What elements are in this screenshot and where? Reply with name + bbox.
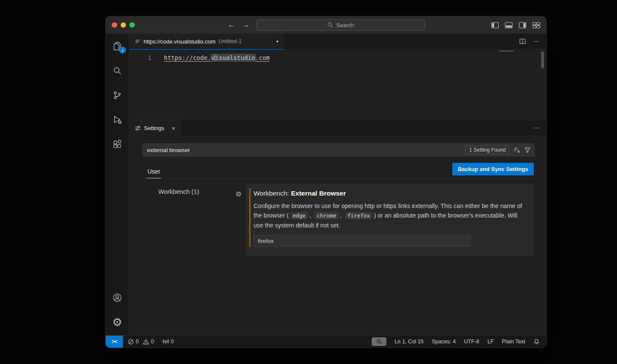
errors-item: 0: [128, 339, 139, 345]
clear-search-icon[interactable]: [514, 146, 520, 153]
cursor-position[interactable]: Ln 1, Col 15: [395, 339, 423, 345]
minimap-line: [499, 50, 514, 52]
setting-gear-icon[interactable]: ⚙: [235, 190, 241, 198]
ports-count: 0: [171, 339, 174, 345]
more-actions-icon[interactable]: ⋯: [533, 124, 540, 132]
back-icon[interactable]: ←: [228, 21, 235, 29]
desc-sep: ,: [310, 212, 313, 219]
file-lines-icon: [135, 38, 141, 44]
problems-status[interactable]: 0 0: [128, 339, 154, 345]
code-pre: https://code.: [164, 54, 211, 61]
indentation-status[interactable]: Spaces: 4: [432, 339, 456, 345]
command-center-placeholder: Search: [336, 22, 354, 28]
ports-status[interactable]: 0: [163, 339, 174, 345]
layout-controls: [491, 16, 540, 34]
split-editor-icon[interactable]: [519, 38, 526, 45]
editor-groups: https://code.visualstudio.com Untitled-1…: [129, 34, 546, 335]
status-bar: >< 0 0 0: [106, 335, 546, 348]
manage-button[interactable]: ⚙: [112, 317, 123, 327]
modified-indicator: [249, 188, 251, 247]
text-editor[interactable]: 1 https://code.visualstudio.com: [129, 50, 546, 120]
top-tabbar: https://code.visualstudio.com Untitled-1…: [129, 34, 546, 50]
customize-layout-icon[interactable]: [532, 22, 540, 28]
tab-settings[interactable]: Settings ×: [129, 120, 181, 136]
status-left: 0 0 0: [123, 336, 174, 348]
scope-tab-user[interactable]: User: [147, 165, 161, 178]
language-mode[interactable]: Plain Text: [502, 339, 525, 345]
close-window-button[interactable]: [112, 22, 117, 28]
toggle-sidebar-left-icon[interactable]: [491, 22, 499, 28]
settings-scope-bar: User Backup and Sync Settings: [142, 163, 534, 178]
sidebar-item-search[interactable]: [112, 65, 123, 76]
settings-tab-actions: ⋯: [533, 120, 546, 136]
code-post: .com: [255, 54, 270, 61]
editor-group-top: https://code.visualstudio.com Untitled-1…: [129, 34, 546, 120]
sidebar-item-extensions[interactable]: [112, 139, 123, 149]
search-actions: [514, 146, 531, 153]
encoding-status[interactable]: UTF-8: [464, 339, 479, 345]
source-control-icon: [112, 90, 122, 100]
line-number: 1: [129, 54, 151, 61]
settings-editor: 1 Setting Found User Backup and Sync Set…: [129, 136, 546, 335]
results-count-badge: 1 Setting Found: [465, 146, 510, 154]
extensions-icon: [112, 139, 122, 149]
traffic-lights: [106, 22, 135, 28]
settings-search-input[interactable]: [144, 147, 465, 153]
toggle-panel-icon[interactable]: [505, 22, 513, 28]
toggle-sidebar-right-icon[interactable]: [519, 22, 526, 28]
filter-icon[interactable]: [524, 147, 531, 153]
zoom-status-item[interactable]: [372, 337, 386, 346]
code-option-chrome: chrome: [315, 212, 338, 219]
eol-status[interactable]: LF: [487, 339, 494, 345]
settings-sliders-icon: [135, 125, 141, 131]
sidebar-item-source-control[interactable]: [112, 90, 123, 100]
gear-icon: ⚙: [112, 317, 122, 327]
settings-content: ⚙ Workbench: External Browser Configure …: [233, 184, 546, 335]
history-nav: ← →: [228, 16, 250, 34]
setting-category: Workbench:: [254, 190, 291, 197]
account-icon: [112, 292, 122, 303]
settings-toc: Workbench (1): [129, 184, 233, 335]
settings-search-box: 1 Setting Found: [142, 143, 535, 156]
explorer-badge: 1: [119, 47, 126, 53]
word-highlight: visualstudio: [211, 54, 255, 61]
account-button[interactable]: [112, 292, 123, 303]
close-tab-icon[interactable]: ×: [172, 125, 175, 131]
remote-indicator[interactable]: ><: [106, 336, 123, 348]
error-icon: [128, 339, 134, 345]
warning-icon: [143, 339, 149, 345]
more-actions-icon[interactable]: ⋯: [533, 37, 540, 45]
setting-description: Configure the browser to use for opening…: [254, 201, 523, 230]
tab-title: Settings: [144, 125, 164, 131]
settings-main: Workbench (1) ⚙ Workbench: External Brow…: [129, 184, 546, 335]
forward-icon[interactable]: →: [242, 21, 250, 29]
warnings-item: 0: [143, 339, 154, 345]
tab-detail: Untitled-1: [219, 38, 242, 44]
code-line: 1 https://code.visualstudio.com: [129, 53, 546, 62]
notifications-bell-icon[interactable]: [533, 339, 540, 345]
status-right: Ln 1, Col 15 Spaces: 4 UTF-8 LF Plain Te…: [372, 336, 546, 348]
toc-item-workbench[interactable]: Workbench (1): [158, 188, 199, 195]
backup-sync-button[interactable]: Backup and Sync Settings: [452, 163, 534, 175]
setting-label: External Browser: [291, 190, 346, 197]
code-option-firefox: firefox: [345, 212, 373, 219]
modified-dot-icon[interactable]: ●: [276, 39, 279, 44]
command-center-search[interactable]: Search: [256, 19, 425, 31]
activity-bar-bottom: ⚙: [112, 292, 123, 327]
code-text: https://code.visualstudio.com: [164, 54, 269, 61]
sidebar-item-run-debug[interactable]: [112, 115, 123, 125]
run-debug-icon: [112, 115, 122, 125]
setting-title: Workbench: External Browser: [254, 190, 525, 197]
sidebar-item-explorer[interactable]: 1: [112, 41, 123, 51]
external-browser-value-input[interactable]: [254, 235, 471, 247]
code-cursor-left: v: [211, 54, 215, 61]
tab-untitled-1[interactable]: https://code.visualstudio.com Untitled-1…: [129, 34, 284, 50]
search-icon: [112, 65, 122, 76]
workbench: 1 ⚙: [106, 34, 546, 335]
minimize-window-button[interactable]: [121, 22, 126, 28]
activity-bar: 1 ⚙: [106, 34, 129, 335]
magnifier-icon: [376, 339, 382, 345]
editor-scrollbar[interactable]: [541, 52, 544, 68]
code-option-edge: edge: [291, 212, 308, 219]
zoom-window-button[interactable]: [129, 22, 135, 28]
